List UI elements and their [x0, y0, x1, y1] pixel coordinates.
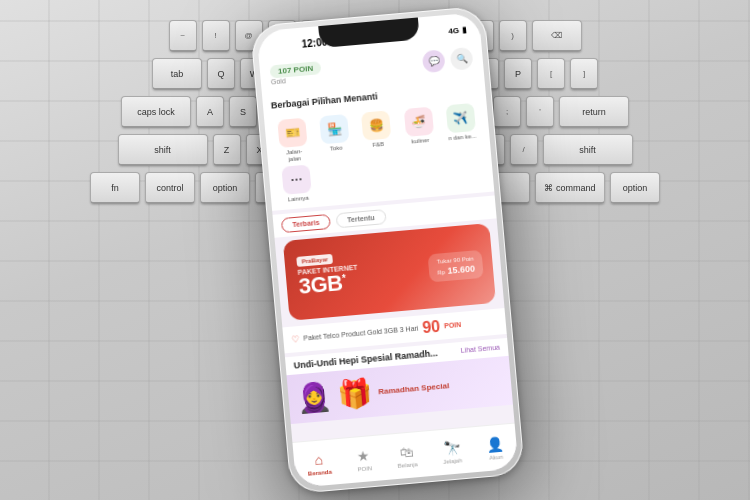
nav-belanja-label: Belanja — [397, 461, 417, 469]
travel2-label: n dan ke... — [448, 133, 476, 142]
key-fn[interactable]: fn — [90, 172, 140, 204]
key-semicolon[interactable]: ; — [493, 96, 521, 128]
phone-device: 12:00 4G ▮ 107 POIN Gold — [250, 6, 525, 495]
key-a[interactable]: A — [196, 96, 224, 128]
banner-card[interactable]: PraBayar PAKET INTERNET 3GB* Tukar 90 Po… — [283, 223, 496, 321]
kuliner-icon: 🍜 — [403, 107, 433, 137]
fb-icon: 🍔 — [361, 110, 391, 140]
icon-item-travel2[interactable]: ✈️ n dan ke... — [440, 103, 482, 149]
key-command-right[interactable]: ⌘ command — [535, 172, 605, 204]
fb-label: F&B — [372, 141, 384, 149]
nav-poin[interactable]: ★ POIN — [356, 447, 373, 472]
travel-label: Jalan-jalan — [286, 148, 303, 163]
key-tilde[interactable]: ~ — [169, 20, 197, 52]
icon-item-store[interactable]: 🏪 Toko — [314, 114, 356, 160]
nav-akun-label: Akun — [489, 453, 503, 460]
key-delete[interactable]: ⌫ — [532, 20, 582, 52]
more-label: Lainnya — [288, 195, 310, 203]
promo-content: Ramadhan Special — [378, 381, 450, 396]
key-shift-r[interactable]: shift — [543, 134, 633, 166]
points-display: 107 POIN Gold — [269, 61, 322, 85]
explore-icon: 🔭 — [442, 439, 460, 456]
banner-pre-label: PraBayar — [296, 254, 333, 267]
phone-screen: 12:00 4G ▮ 107 POIN Gold — [256, 12, 518, 488]
promo-char-1: 🧕 — [295, 379, 333, 415]
home-icon: ⌂ — [314, 451, 324, 468]
user-icon: 👤 — [486, 435, 504, 452]
points-detail-text: Paket Telco Product Gold 3GB 3 Hari — [303, 325, 419, 342]
banner-badge-price: Rp 15.600 — [437, 263, 475, 276]
travel2-icon: ✈️ — [446, 103, 476, 133]
nav-beranda-label: Beranda — [308, 468, 332, 476]
key-0[interactable]: ) — [499, 20, 527, 52]
kuliner-label: kuliner — [411, 137, 429, 145]
battery-icon: ▮ — [462, 25, 467, 34]
points-num: 90 — [422, 318, 441, 337]
key-s[interactable]: S — [229, 96, 257, 128]
key-tab[interactable]: tab — [152, 58, 202, 90]
key-shift-l[interactable]: shift — [118, 134, 208, 166]
shop-icon: 🛍 — [399, 443, 414, 460]
icon-item-fb[interactable]: 🍔 F&B — [356, 110, 398, 156]
key-option-right[interactable]: option — [610, 172, 660, 204]
nav-jelajah[interactable]: 🔭 Jelajah — [441, 439, 462, 465]
phone-case: 12:00 4G ▮ 107 POIN Gold — [250, 6, 525, 495]
tab-terbaris[interactable]: Terbaris — [281, 214, 331, 233]
heart-icon: ♡ — [291, 334, 300, 345]
store-label: Toko — [330, 145, 343, 153]
app-content: 107 POIN Gold 💬 🔍 Berbagai Pilihan Menan… — [259, 40, 519, 488]
key-option-left[interactable]: option — [200, 172, 250, 204]
status-icons: 4G ▮ — [448, 25, 466, 36]
poin-icon: ★ — [356, 447, 370, 464]
key-q[interactable]: Q — [207, 58, 235, 90]
signal-icon: 4G — [448, 25, 459, 35]
icon-item-more[interactable]: ⋯ Lainnya — [276, 164, 317, 204]
see-more-link[interactable]: Lihat Semua — [460, 344, 500, 354]
key-return[interactable]: return — [559, 96, 629, 128]
nav-poin-label: POIN — [357, 465, 372, 472]
nav-akun[interactable]: 👤 Akun — [486, 435, 505, 460]
store-icon: 🏪 — [319, 114, 349, 144]
points-unit: POIN — [444, 321, 462, 329]
key-control[interactable]: control — [145, 172, 195, 204]
header-icons: 💬 🔍 — [422, 47, 474, 73]
key-z[interactable]: Z — [213, 134, 241, 166]
key-caps[interactable]: caps lock — [121, 96, 191, 128]
promo-char-2: 🎁 — [336, 376, 374, 412]
search-icon-btn[interactable]: 🔍 — [450, 47, 474, 71]
nav-beranda[interactable]: ⌂ Beranda — [306, 450, 332, 476]
key-bracket-l[interactable]: [ — [537, 58, 565, 90]
nav-jelajah-label: Jelajah — [443, 457, 462, 465]
more-icon: ⋯ — [281, 165, 311, 195]
icon-grid: 🎫 Jalan-jalan 🏪 Toko 🍔 F&B 🍜 kuliner — [264, 96, 494, 211]
nav-belanja[interactable]: 🛍 Belanja — [396, 443, 418, 469]
banner-badge: Tukar 90 Poin Rp 15.600 — [428, 250, 484, 282]
key-p[interactable]: P — [504, 58, 532, 90]
icon-item-travel[interactable]: 🎫 Jalan-jalan — [272, 117, 314, 163]
icon-item-kuliner[interactable]: 🍜 kuliner — [398, 106, 440, 152]
chat-icon-btn[interactable]: 💬 — [422, 49, 446, 73]
tab-tertentu[interactable]: Tertentu — [336, 209, 387, 228]
key-quote[interactable]: ' — [526, 96, 554, 128]
key-bracket-r[interactable]: ] — [570, 58, 598, 90]
key-1[interactable]: ! — [202, 20, 230, 52]
travel-icon: 🎫 — [277, 118, 307, 148]
key-slash[interactable]: / — [510, 134, 538, 166]
promo-ramadan-label: Ramadhan Special — [378, 381, 450, 396]
